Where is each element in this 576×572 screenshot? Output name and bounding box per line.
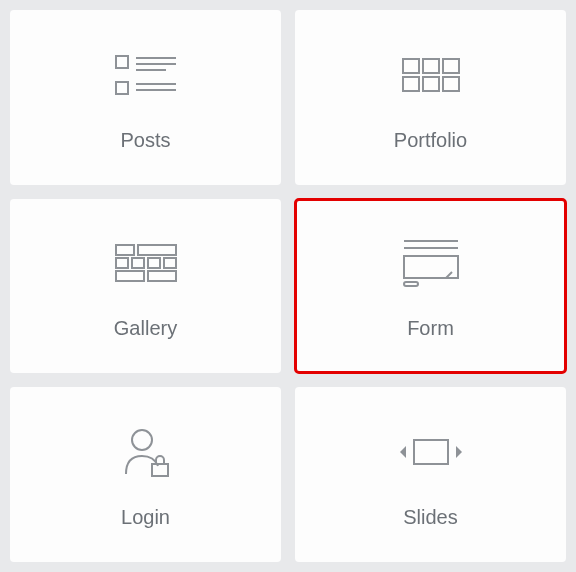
tile-label: Portfolio (394, 129, 467, 152)
svg-rect-28 (152, 464, 168, 476)
svg-rect-9 (423, 59, 439, 73)
tile-label: Posts (120, 129, 170, 152)
svg-rect-0 (116, 56, 128, 68)
svg-rect-19 (164, 258, 176, 268)
tile-label: Gallery (114, 317, 177, 340)
svg-rect-10 (443, 59, 459, 73)
tile-label: Slides (403, 506, 457, 529)
svg-rect-26 (404, 282, 418, 286)
tile-login[interactable]: Login (10, 387, 281, 562)
svg-rect-29 (414, 440, 448, 464)
portfolio-icon (401, 43, 461, 107)
tile-gallery[interactable]: Gallery (10, 199, 281, 374)
svg-rect-16 (116, 258, 128, 268)
login-icon (120, 420, 172, 484)
form-icon (400, 231, 462, 295)
svg-rect-17 (132, 258, 144, 268)
svg-rect-15 (138, 245, 176, 255)
svg-rect-21 (148, 271, 176, 281)
svg-rect-18 (148, 258, 160, 268)
gallery-icon (114, 231, 178, 295)
tile-portfolio[interactable]: Portfolio (295, 10, 566, 185)
tile-slides[interactable]: Slides (295, 387, 566, 562)
tile-grid: Posts Portfolio (10, 10, 566, 562)
tile-label: Login (121, 506, 170, 529)
tile-form[interactable]: Form (295, 199, 566, 374)
svg-rect-11 (403, 77, 419, 91)
svg-rect-13 (443, 77, 459, 91)
svg-rect-8 (403, 59, 419, 73)
tile-label: Form (407, 317, 454, 340)
svg-rect-20 (116, 271, 144, 281)
svg-point-27 (132, 430, 152, 450)
posts-icon (114, 43, 178, 107)
svg-rect-1 (116, 82, 128, 94)
svg-rect-12 (423, 77, 439, 91)
tile-posts[interactable]: Posts (10, 10, 281, 185)
svg-rect-14 (116, 245, 134, 255)
slides-icon (396, 420, 466, 484)
